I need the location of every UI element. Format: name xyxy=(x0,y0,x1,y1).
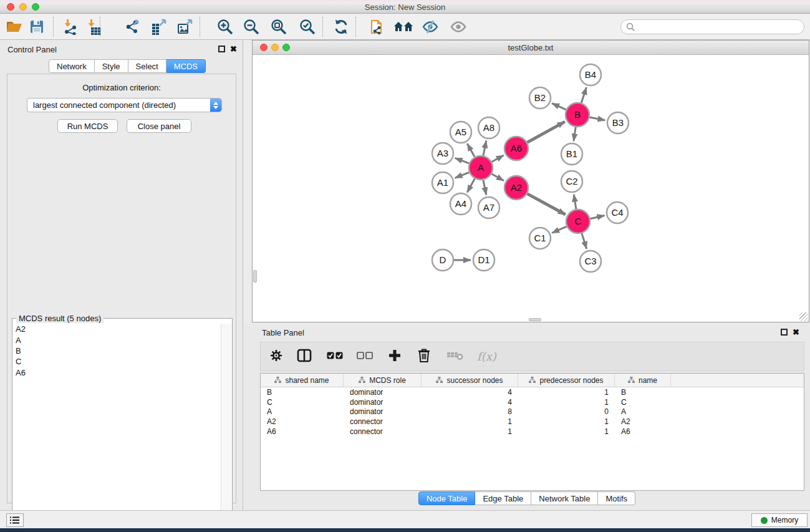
edge-B-B4[interactable] xyxy=(581,87,586,103)
node-B2[interactable]: B2 xyxy=(529,87,551,109)
mcds-result-scrollbar[interactable] xyxy=(221,324,231,531)
save-session-button[interactable] xyxy=(26,17,47,37)
column-header-successor-nodes[interactable]: successor nodes xyxy=(422,374,518,387)
edge-A-A4[interactable] xyxy=(467,179,475,193)
node-D1[interactable]: D1 xyxy=(473,249,494,271)
criterion-dropdown[interactable]: largest connected component (directed) xyxy=(27,98,222,112)
zoom-out-button[interactable] xyxy=(241,17,262,37)
task-history-button[interactable] xyxy=(6,513,24,527)
edge-A-A1[interactable] xyxy=(455,172,470,178)
add-column-button[interactable] xyxy=(388,349,402,365)
node-D[interactable]: D xyxy=(432,249,453,271)
memory-button[interactable]: Memory xyxy=(751,513,808,527)
edge-B-B3[interactable] xyxy=(590,117,605,120)
edge-A-A6[interactable] xyxy=(492,155,504,162)
tab-edge-table[interactable]: Edge Table xyxy=(475,491,531,505)
column-header-shared-name[interactable]: shared name xyxy=(261,374,344,387)
edge-C-C3[interactable] xyxy=(582,233,587,249)
table-row[interactable]: Adominator80A xyxy=(261,407,804,417)
tab-node-table[interactable]: Node Table xyxy=(418,491,476,505)
edge-C-C2[interactable] xyxy=(574,195,576,209)
edge-A-A8[interactable] xyxy=(483,141,486,156)
node-A7[interactable]: A7 xyxy=(478,197,499,218)
run-mcds-button[interactable]: Run MCDS xyxy=(57,119,118,133)
delete-column-button[interactable] xyxy=(418,348,430,365)
deselect-all-button[interactable] xyxy=(357,351,373,362)
edge-A6-B[interactable] xyxy=(528,122,565,142)
column-header-predecessor-nodes[interactable]: predecessor nodes xyxy=(518,374,615,387)
refresh-button[interactable] xyxy=(330,17,352,37)
edge-C-C4[interactable] xyxy=(591,216,605,219)
mcds-result-item[interactable]: B xyxy=(13,346,221,356)
node-A2[interactable]: A2 xyxy=(504,176,528,200)
node-A4[interactable]: A4 xyxy=(450,193,471,215)
export-network-button[interactable] xyxy=(122,17,143,37)
mcds-result-item[interactable]: C xyxy=(13,356,221,367)
tab-motifs[interactable]: Motifs xyxy=(598,491,635,505)
node-C1[interactable]: C1 xyxy=(529,228,551,249)
import-network-button[interactable] xyxy=(60,17,81,37)
edge-C-C1[interactable] xyxy=(552,226,567,233)
show-all-button[interactable] xyxy=(448,17,469,37)
node-A[interactable]: A xyxy=(469,156,493,180)
table-row[interactable]: Cdominator41C xyxy=(261,397,804,407)
float-table-panel-icon[interactable] xyxy=(781,329,788,336)
edge-B-B1[interactable] xyxy=(574,127,576,141)
delete-table-button[interactable] xyxy=(446,351,463,363)
node-A6[interactable]: A6 xyxy=(504,137,528,160)
search-field[interactable] xyxy=(620,19,804,34)
window-resize-grip[interactable] xyxy=(799,312,808,321)
node-B4[interactable]: B4 xyxy=(580,64,601,85)
column-header-MCDS-role[interactable]: MCDS role xyxy=(344,374,422,387)
node-A3[interactable]: A3 xyxy=(432,143,453,164)
table-row[interactable]: Bdominator41B xyxy=(261,387,804,397)
node-C3[interactable]: C3 xyxy=(580,251,601,272)
tab-network-table[interactable]: Network Table xyxy=(531,491,598,505)
node-A5[interactable]: A5 xyxy=(450,122,471,143)
node-A1[interactable]: A1 xyxy=(432,172,453,193)
table-row[interactable]: A6connector11A6 xyxy=(261,427,804,437)
tab-mcds[interactable]: MCDS xyxy=(166,59,206,73)
node-A8[interactable]: A8 xyxy=(478,117,499,138)
node-C4[interactable]: C4 xyxy=(607,202,628,223)
edge-B-B2[interactable] xyxy=(552,104,566,110)
edge-A2-C[interactable] xyxy=(528,194,566,215)
zoom-fit-button[interactable] xyxy=(268,17,289,37)
node-B[interactable]: B xyxy=(566,103,589,127)
tab-style[interactable]: Style xyxy=(95,59,128,73)
tab-select[interactable]: Select xyxy=(128,59,166,73)
network-vertical-scrollbar[interactable] xyxy=(253,270,257,283)
network-window-titlebar[interactable]: testGlobe.txt xyxy=(253,41,809,55)
hide-selected-button[interactable] xyxy=(420,17,441,37)
network-graph-canvas[interactable]: B4B2BB3A5A8A6A3B1AC2A1A2A4A7C4CC1DD1C3 xyxy=(253,55,809,322)
zoom-in-button[interactable] xyxy=(215,17,236,37)
tab-network[interactable]: Network xyxy=(49,59,95,73)
open-file-button[interactable] xyxy=(4,17,25,37)
float-panel-icon[interactable] xyxy=(218,46,225,52)
column-header-name[interactable]: name xyxy=(615,374,671,387)
node-C[interactable]: C xyxy=(566,210,590,233)
edge-A-A5[interactable] xyxy=(467,143,475,157)
table-row[interactable]: A2connector11A2 xyxy=(261,417,804,427)
close-table-panel-icon[interactable]: ✖ xyxy=(793,329,799,336)
select-all-button[interactable] xyxy=(327,351,343,362)
close-panel-icon[interactable]: ✖ xyxy=(230,46,237,52)
export-image-button[interactable] xyxy=(175,17,196,37)
edge-A-A3[interactable] xyxy=(455,158,470,163)
node-B3[interactable]: B3 xyxy=(607,112,629,133)
mcds-result-list[interactable]: A2ABCA6 xyxy=(13,324,221,531)
column-layout-button[interactable] xyxy=(297,349,312,365)
home-view-button[interactable] xyxy=(393,17,414,37)
close-panel-button[interactable]: Close panel xyxy=(127,119,191,133)
export-table-button[interactable] xyxy=(148,17,170,37)
import-table-button[interactable] xyxy=(84,17,105,37)
node-table[interactable]: shared nameMCDS rolesuccessor nodesprede… xyxy=(260,373,804,491)
mcds-result-item[interactable]: A xyxy=(13,334,221,345)
edge-A-A7[interactable] xyxy=(483,180,486,195)
function-builder-button[interactable]: f(x) xyxy=(477,350,496,363)
network-horizontal-scrollbar[interactable] xyxy=(529,318,541,321)
clone-network-button[interactable] xyxy=(367,17,388,37)
mcds-result-item[interactable]: A6 xyxy=(13,367,221,378)
node-C2[interactable]: C2 xyxy=(561,171,582,192)
mcds-result-item[interactable]: A2 xyxy=(13,324,221,334)
